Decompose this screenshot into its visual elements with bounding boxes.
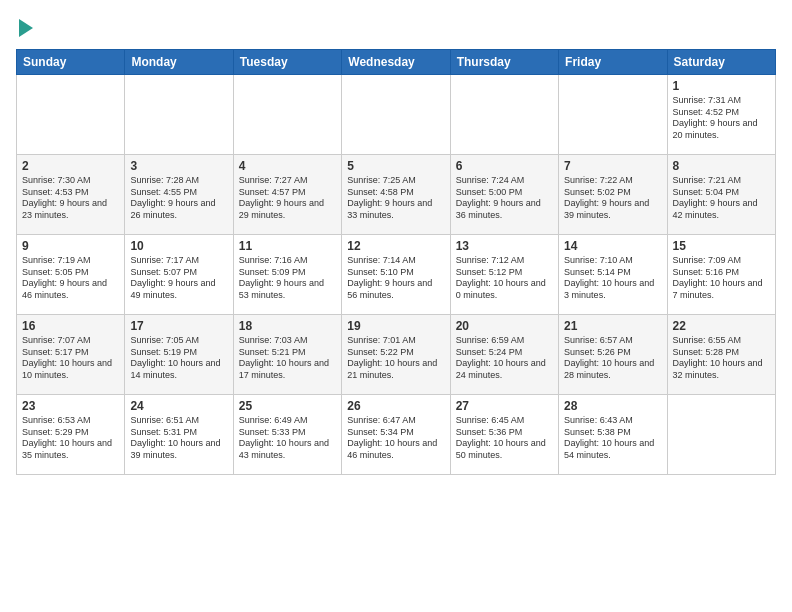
day-number: 9	[22, 239, 119, 253]
day-info: Sunrise: 7:22 AM Sunset: 5:02 PM Dayligh…	[564, 175, 661, 222]
calendar-table: SundayMondayTuesdayWednesdayThursdayFrid…	[16, 49, 776, 475]
day-info: Sunrise: 7:07 AM Sunset: 5:17 PM Dayligh…	[22, 335, 119, 382]
day-number: 26	[347, 399, 444, 413]
day-number: 7	[564, 159, 661, 173]
day-header-sunday: Sunday	[17, 50, 125, 75]
day-number: 4	[239, 159, 336, 173]
calendar-week-row: 2Sunrise: 7:30 AM Sunset: 4:53 PM Daylig…	[17, 155, 776, 235]
calendar-cell: 15Sunrise: 7:09 AM Sunset: 5:16 PM Dayli…	[667, 235, 775, 315]
calendar-cell: 21Sunrise: 6:57 AM Sunset: 5:26 PM Dayli…	[559, 315, 667, 395]
day-info: Sunrise: 7:01 AM Sunset: 5:22 PM Dayligh…	[347, 335, 444, 382]
calendar-cell: 24Sunrise: 6:51 AM Sunset: 5:31 PM Dayli…	[125, 395, 233, 475]
calendar-cell	[233, 75, 341, 155]
calendar-cell	[342, 75, 450, 155]
day-info: Sunrise: 7:14 AM Sunset: 5:10 PM Dayligh…	[347, 255, 444, 302]
day-info: Sunrise: 7:28 AM Sunset: 4:55 PM Dayligh…	[130, 175, 227, 222]
day-header-friday: Friday	[559, 50, 667, 75]
day-number: 13	[456, 239, 553, 253]
calendar-cell: 17Sunrise: 7:05 AM Sunset: 5:19 PM Dayli…	[125, 315, 233, 395]
day-number: 20	[456, 319, 553, 333]
calendar-cell: 23Sunrise: 6:53 AM Sunset: 5:29 PM Dayli…	[17, 395, 125, 475]
calendar-cell: 27Sunrise: 6:45 AM Sunset: 5:36 PM Dayli…	[450, 395, 558, 475]
day-number: 11	[239, 239, 336, 253]
page-header	[16, 16, 776, 37]
day-number: 6	[456, 159, 553, 173]
calendar-cell: 12Sunrise: 7:14 AM Sunset: 5:10 PM Dayli…	[342, 235, 450, 315]
day-info: Sunrise: 7:16 AM Sunset: 5:09 PM Dayligh…	[239, 255, 336, 302]
day-info: Sunrise: 6:47 AM Sunset: 5:34 PM Dayligh…	[347, 415, 444, 462]
calendar-cell: 13Sunrise: 7:12 AM Sunset: 5:12 PM Dayli…	[450, 235, 558, 315]
calendar-cell: 9Sunrise: 7:19 AM Sunset: 5:05 PM Daylig…	[17, 235, 125, 315]
calendar-cell: 7Sunrise: 7:22 AM Sunset: 5:02 PM Daylig…	[559, 155, 667, 235]
day-info: Sunrise: 7:30 AM Sunset: 4:53 PM Dayligh…	[22, 175, 119, 222]
day-number: 22	[673, 319, 770, 333]
calendar-cell	[125, 75, 233, 155]
day-info: Sunrise: 7:27 AM Sunset: 4:57 PM Dayligh…	[239, 175, 336, 222]
day-info: Sunrise: 7:25 AM Sunset: 4:58 PM Dayligh…	[347, 175, 444, 222]
day-header-saturday: Saturday	[667, 50, 775, 75]
day-number: 5	[347, 159, 444, 173]
day-info: Sunrise: 7:31 AM Sunset: 4:52 PM Dayligh…	[673, 95, 770, 142]
day-info: Sunrise: 6:43 AM Sunset: 5:38 PM Dayligh…	[564, 415, 661, 462]
day-info: Sunrise: 7:24 AM Sunset: 5:00 PM Dayligh…	[456, 175, 553, 222]
calendar-cell	[450, 75, 558, 155]
calendar-cell: 14Sunrise: 7:10 AM Sunset: 5:14 PM Dayli…	[559, 235, 667, 315]
calendar-cell: 20Sunrise: 6:59 AM Sunset: 5:24 PM Dayli…	[450, 315, 558, 395]
day-number: 28	[564, 399, 661, 413]
calendar-cell: 1Sunrise: 7:31 AM Sunset: 4:52 PM Daylig…	[667, 75, 775, 155]
day-number: 19	[347, 319, 444, 333]
day-number: 3	[130, 159, 227, 173]
day-info: Sunrise: 6:49 AM Sunset: 5:33 PM Dayligh…	[239, 415, 336, 462]
day-number: 23	[22, 399, 119, 413]
calendar-cell: 16Sunrise: 7:07 AM Sunset: 5:17 PM Dayli…	[17, 315, 125, 395]
calendar-cell	[667, 395, 775, 475]
calendar-week-row: 23Sunrise: 6:53 AM Sunset: 5:29 PM Dayli…	[17, 395, 776, 475]
calendar-cell: 25Sunrise: 6:49 AM Sunset: 5:33 PM Dayli…	[233, 395, 341, 475]
calendar-cell: 2Sunrise: 7:30 AM Sunset: 4:53 PM Daylig…	[17, 155, 125, 235]
day-number: 18	[239, 319, 336, 333]
calendar-cell: 3Sunrise: 7:28 AM Sunset: 4:55 PM Daylig…	[125, 155, 233, 235]
calendar-cell: 6Sunrise: 7:24 AM Sunset: 5:00 PM Daylig…	[450, 155, 558, 235]
day-header-thursday: Thursday	[450, 50, 558, 75]
calendar-cell: 10Sunrise: 7:17 AM Sunset: 5:07 PM Dayli…	[125, 235, 233, 315]
logo-line1	[16, 16, 33, 37]
calendar-cell	[559, 75, 667, 155]
calendar-cell: 22Sunrise: 6:55 AM Sunset: 5:28 PM Dayli…	[667, 315, 775, 395]
day-number: 27	[456, 399, 553, 413]
calendar-cell: 11Sunrise: 7:16 AM Sunset: 5:09 PM Dayli…	[233, 235, 341, 315]
calendar-cell	[17, 75, 125, 155]
calendar-cell: 5Sunrise: 7:25 AM Sunset: 4:58 PM Daylig…	[342, 155, 450, 235]
day-number: 17	[130, 319, 227, 333]
day-info: Sunrise: 6:51 AM Sunset: 5:31 PM Dayligh…	[130, 415, 227, 462]
day-info: Sunrise: 7:05 AM Sunset: 5:19 PM Dayligh…	[130, 335, 227, 382]
calendar-week-row: 1Sunrise: 7:31 AM Sunset: 4:52 PM Daylig…	[17, 75, 776, 155]
calendar-cell: 19Sunrise: 7:01 AM Sunset: 5:22 PM Dayli…	[342, 315, 450, 395]
day-header-tuesday: Tuesday	[233, 50, 341, 75]
day-number: 2	[22, 159, 119, 173]
day-number: 21	[564, 319, 661, 333]
day-number: 8	[673, 159, 770, 173]
day-info: Sunrise: 6:57 AM Sunset: 5:26 PM Dayligh…	[564, 335, 661, 382]
day-header-wednesday: Wednesday	[342, 50, 450, 75]
logo-arrow-icon	[19, 19, 33, 37]
day-info: Sunrise: 7:21 AM Sunset: 5:04 PM Dayligh…	[673, 175, 770, 222]
calendar-body: 1Sunrise: 7:31 AM Sunset: 4:52 PM Daylig…	[17, 75, 776, 475]
day-info: Sunrise: 7:17 AM Sunset: 5:07 PM Dayligh…	[130, 255, 227, 302]
calendar-week-row: 9Sunrise: 7:19 AM Sunset: 5:05 PM Daylig…	[17, 235, 776, 315]
calendar-header-row: SundayMondayTuesdayWednesdayThursdayFrid…	[17, 50, 776, 75]
day-number: 14	[564, 239, 661, 253]
day-number: 16	[22, 319, 119, 333]
calendar-cell: 4Sunrise: 7:27 AM Sunset: 4:57 PM Daylig…	[233, 155, 341, 235]
calendar-cell: 8Sunrise: 7:21 AM Sunset: 5:04 PM Daylig…	[667, 155, 775, 235]
day-number: 10	[130, 239, 227, 253]
day-number: 15	[673, 239, 770, 253]
day-number: 1	[673, 79, 770, 93]
day-number: 25	[239, 399, 336, 413]
day-info: Sunrise: 7:12 AM Sunset: 5:12 PM Dayligh…	[456, 255, 553, 302]
day-info: Sunrise: 6:45 AM Sunset: 5:36 PM Dayligh…	[456, 415, 553, 462]
day-header-monday: Monday	[125, 50, 233, 75]
calendar-cell: 18Sunrise: 7:03 AM Sunset: 5:21 PM Dayli…	[233, 315, 341, 395]
day-number: 12	[347, 239, 444, 253]
day-info: Sunrise: 7:03 AM Sunset: 5:21 PM Dayligh…	[239, 335, 336, 382]
day-info: Sunrise: 7:09 AM Sunset: 5:16 PM Dayligh…	[673, 255, 770, 302]
